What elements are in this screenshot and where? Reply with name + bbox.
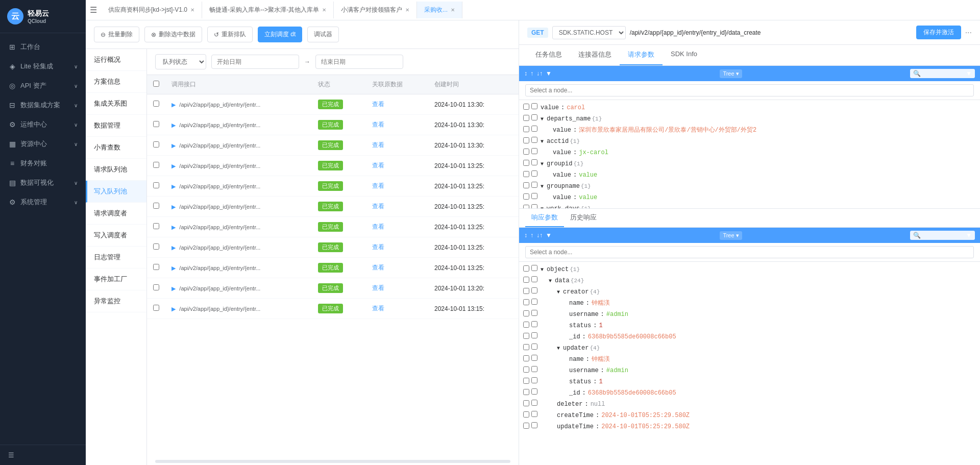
sidebar-item-ops[interactable]: ⚙ 运维中心 ∨	[0, 115, 86, 134]
tree-toggle[interactable]: ▼	[557, 288, 560, 296]
row-checkbox2[interactable]	[531, 126, 537, 132]
tree-search-input[interactable]	[923, 70, 964, 77]
related-link[interactable]: 查看	[372, 162, 384, 169]
nav-item-data-mgmt[interactable]: 数据管理	[86, 115, 146, 137]
row-checkbox2[interactable]	[531, 204, 537, 208]
row-checkbox2[interactable]	[531, 355, 537, 361]
tab-item-3[interactable]: 采购收... ✕	[417, 2, 462, 18]
row-checkbox[interactable]	[523, 205, 529, 208]
related-link[interactable]: 查看	[372, 101, 384, 108]
sidebar-item-finance[interactable]: ≡ 财务对账	[0, 154, 86, 173]
row-checkbox[interactable]	[523, 288, 529, 294]
tree-toggle[interactable]: ▼	[541, 183, 544, 190]
row-select-checkbox[interactable]	[153, 203, 159, 209]
row-select-checkbox[interactable]	[153, 141, 159, 148]
queue-status-select[interactable]: 队列状态	[155, 54, 206, 69]
related-link[interactable]: 查看	[372, 182, 384, 189]
tab-sdk-info[interactable]: SDK Info	[663, 45, 705, 65]
row-checkbox2[interactable]	[531, 388, 537, 395]
debug-button[interactable]: 调试器	[307, 27, 339, 42]
tree-toggle[interactable]: ▼	[549, 277, 552, 285]
nav-item-write-queue[interactable]: 写入队列池	[86, 181, 146, 203]
schedule-dt-button[interactable]: 立刻调度 dt	[258, 27, 302, 42]
nav-item-write-scheduler[interactable]: 写入调度者	[86, 225, 146, 247]
up-icon[interactable]: ↑	[530, 232, 533, 239]
tab-item-1[interactable]: 畅捷通-采购入库单-->聚水潭-其他入库单 ✕	[202, 2, 334, 18]
row-select-checkbox[interactable]	[153, 305, 159, 311]
tree-toggle[interactable]: ▼	[541, 160, 544, 168]
row-checkbox[interactable]	[523, 160, 529, 166]
row-checkbox2[interactable]	[531, 287, 537, 293]
filter-icon[interactable]: ▼	[546, 70, 552, 77]
tab-item-0[interactable]: 供应商资料同步[kd->jst]-V1.0 ✕	[101, 2, 202, 18]
down-icon[interactable]: ↓↑	[536, 232, 543, 239]
tree-mode-btn[interactable]: Tree ▾	[720, 69, 742, 78]
response-node-select-input[interactable]	[525, 246, 974, 258]
sidebar-item-dataviz[interactable]: ▤ 数据可视化 ∨	[0, 173, 86, 192]
tab-close-icon[interactable]: ✕	[405, 7, 409, 13]
nav-item-plan[interactable]: 方案信息	[86, 71, 146, 93]
nav-item-runtime[interactable]: 运行概况	[86, 49, 146, 71]
row-checkbox[interactable]	[523, 182, 529, 188]
row-select-checkbox[interactable]	[153, 101, 159, 107]
row-checkbox[interactable]	[523, 310, 529, 316]
row-checkbox2[interactable]	[531, 377, 537, 383]
related-link[interactable]: 查看	[372, 203, 384, 210]
sort-icon[interactable]: ↕	[524, 232, 527, 239]
filter-dropdown-icon[interactable]: ▼	[966, 70, 972, 77]
row-checkbox[interactable]	[523, 378, 529, 384]
row-checkbox[interactable]	[523, 400, 529, 406]
row-checkbox2[interactable]	[531, 148, 537, 154]
row-checkbox[interactable]	[523, 171, 529, 177]
tab-connector-info[interactable]: 连接器信息	[570, 45, 620, 65]
sidebar-item-lite[interactable]: ◈ Lite 轻集成 ∨	[0, 57, 86, 76]
sidebar-item-resource[interactable]: ▦ 资源中心 ∨	[0, 134, 86, 154]
up-icon[interactable]: ↑	[530, 70, 533, 77]
related-link[interactable]: 查看	[372, 121, 384, 128]
sort-icon[interactable]: ↕	[524, 70, 527, 77]
related-link[interactable]: 查看	[372, 284, 384, 291]
row-checkbox[interactable]	[523, 423, 529, 429]
row-checkbox2[interactable]	[531, 103, 537, 109]
host-select[interactable]: SDK.STATIC.HOST	[552, 26, 626, 39]
row-checkbox[interactable]	[523, 265, 529, 272]
related-link[interactable]: 查看	[372, 223, 384, 230]
row-checkbox[interactable]	[523, 193, 529, 200]
row-checkbox2[interactable]	[531, 276, 537, 282]
related-link[interactable]: 查看	[372, 141, 384, 149]
row-checkbox2[interactable]	[531, 332, 537, 338]
tree-toggle[interactable]: ▼	[557, 345, 560, 352]
row-checkbox[interactable]	[523, 115, 529, 121]
tab-request-params[interactable]: 请求参数	[620, 45, 663, 65]
filter-dropdown-icon[interactable]: ▼	[966, 232, 972, 239]
nav-item-xiao-count[interactable]: 小青查数	[86, 137, 146, 159]
nav-item-log-mgmt[interactable]: 日志管理	[86, 247, 146, 268]
row-checkbox[interactable]	[523, 389, 529, 395]
nav-item-request-scheduler[interactable]: 请求调度者	[86, 203, 146, 225]
row-checkbox2[interactable]	[531, 344, 537, 350]
response-tree-search-input[interactable]	[923, 232, 964, 238]
tab-close-icon[interactable]: ✕	[322, 7, 326, 13]
horizontal-scrollbar[interactable]	[155, 460, 510, 463]
row-checkbox2[interactable]	[531, 114, 537, 120]
row-checkbox[interactable]	[523, 137, 529, 143]
row-checkbox[interactable]	[523, 104, 529, 110]
table-scroll-area[interactable]: 调用接口 状态 关联原数据 创建时间 ▶ /api/v2/app/{app_id…	[147, 75, 519, 458]
row-checkbox[interactable]	[523, 355, 529, 361]
response-tree-mode-btn[interactable]: Tree ▾	[720, 231, 742, 240]
down-icon[interactable]: ↓↑	[536, 70, 543, 77]
more-options-button[interactable]: ···	[965, 28, 972, 37]
tab-close-icon[interactable]: ✕	[451, 7, 455, 13]
tab-response-params[interactable]: 响应参数	[525, 209, 564, 227]
tab-menu-icon[interactable]: ☰	[90, 5, 97, 15]
tree-toggle[interactable]: ▼	[541, 138, 544, 145]
row-checkbox2[interactable]	[531, 170, 537, 177]
batch-delete-button[interactable]: ⊖ 批量删除	[94, 27, 139, 42]
row-select-checkbox[interactable]	[153, 162, 159, 168]
row-checkbox2[interactable]	[531, 321, 537, 327]
tab-item-2[interactable]: 小满客户对接领猫客户 ✕	[334, 2, 417, 18]
nav-item-integration[interactable]: 集成关系图	[86, 93, 146, 115]
nav-item-exception-monitor[interactable]: 异常监控	[86, 290, 146, 312]
row-checkbox[interactable]	[523, 411, 529, 418]
row-checkbox[interactable]	[523, 333, 529, 339]
